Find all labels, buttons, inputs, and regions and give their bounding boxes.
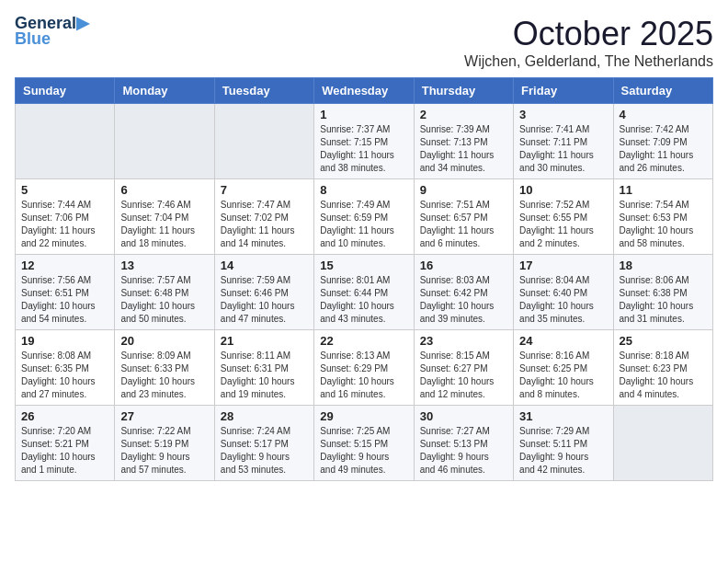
day-number: 30 [420,409,507,423]
calendar-cell: 5Sunrise: 7:44 AM Sunset: 7:06 PM Daylig… [16,179,115,255]
calendar-cell: 7Sunrise: 7:47 AM Sunset: 7:02 PM Daylig… [214,179,313,255]
calendar-cell: 4Sunrise: 7:42 AM Sunset: 7:09 PM Daylig… [613,104,712,179]
calendar-cell: 15Sunrise: 8:01 AM Sunset: 6:44 PM Dayli… [314,255,414,330]
day-number: 3 [519,108,607,121]
day-number: 8 [320,183,407,197]
day-number: 17 [519,259,607,272]
day-number: 12 [21,259,108,272]
day-info: Sunrise: 7:54 AM Sunset: 6:53 PM Dayligh… [620,199,707,250]
calendar-cell: 22Sunrise: 8:13 AM Sunset: 6:29 PM Dayli… [314,330,414,406]
day-info: Sunrise: 7:24 AM Sunset: 5:17 PM Dayligh… [221,425,308,477]
month-title: October 2025 [464,15,713,53]
logo: General▶ Blue [15,15,89,49]
day-info: Sunrise: 7:44 AM Sunset: 7:06 PM Dayligh… [21,199,108,250]
day-info: Sunrise: 8:06 AM Sunset: 6:38 PM Dayligh… [620,274,707,326]
day-number: 6 [120,183,208,197]
header-monday: Monday [115,78,214,104]
calendar-cell: 27Sunrise: 7:22 AM Sunset: 5:19 PM Dayli… [115,406,214,481]
day-number: 9 [420,183,507,197]
day-info: Sunrise: 7:42 AM Sunset: 7:09 PM Dayligh… [620,123,707,175]
calendar-cell [115,104,214,179]
calendar-cell: 19Sunrise: 8:08 AM Sunset: 6:35 PM Dayli… [16,330,115,406]
day-number: 27 [120,409,208,423]
calendar-week-row: 26Sunrise: 7:20 AM Sunset: 5:21 PM Dayli… [16,406,713,481]
calendar-cell: 9Sunrise: 7:51 AM Sunset: 6:57 PM Daylig… [414,179,513,255]
day-number: 31 [519,409,607,423]
day-number: 18 [620,259,707,272]
day-info: Sunrise: 8:03 AM Sunset: 6:42 PM Dayligh… [420,274,507,326]
day-number: 15 [320,259,407,272]
calendar-cell: 26Sunrise: 7:20 AM Sunset: 5:21 PM Dayli… [16,406,115,481]
day-number: 4 [620,108,707,121]
calendar-cell: 1Sunrise: 7:37 AM Sunset: 7:15 PM Daylig… [314,104,414,179]
logo-blue: Blue [15,29,51,49]
day-number: 19 [21,334,108,348]
day-number: 24 [519,334,607,348]
day-info: Sunrise: 7:27 AM Sunset: 5:13 PM Dayligh… [420,425,507,477]
day-number: 20 [120,334,208,348]
calendar-cell: 28Sunrise: 7:24 AM Sunset: 5:17 PM Dayli… [214,406,313,481]
calendar-cell: 24Sunrise: 8:16 AM Sunset: 6:25 PM Dayli… [514,330,613,406]
calendar-cell: 18Sunrise: 8:06 AM Sunset: 6:38 PM Dayli… [613,255,712,330]
calendar-cell: 12Sunrise: 7:56 AM Sunset: 6:51 PM Dayli… [16,255,115,330]
calendar-cell: 30Sunrise: 7:27 AM Sunset: 5:13 PM Dayli… [414,406,513,481]
day-info: Sunrise: 7:52 AM Sunset: 6:55 PM Dayligh… [519,199,607,250]
day-info: Sunrise: 7:49 AM Sunset: 6:59 PM Dayligh… [320,199,407,250]
calendar-cell: 17Sunrise: 8:04 AM Sunset: 6:40 PM Dayli… [514,255,613,330]
day-info: Sunrise: 7:51 AM Sunset: 6:57 PM Dayligh… [420,199,507,250]
day-number: 16 [420,259,507,272]
calendar-cell: 21Sunrise: 8:11 AM Sunset: 6:31 PM Dayli… [214,330,313,406]
day-info: Sunrise: 8:11 AM Sunset: 6:31 PM Dayligh… [221,350,308,401]
day-info: Sunrise: 8:01 AM Sunset: 6:44 PM Dayligh… [320,274,407,326]
header-saturday: Saturday [613,78,712,104]
calendar-cell: 3Sunrise: 7:41 AM Sunset: 7:11 PM Daylig… [514,104,613,179]
day-number: 22 [320,334,407,348]
day-info: Sunrise: 7:59 AM Sunset: 6:46 PM Dayligh… [221,274,308,326]
day-number: 11 [620,183,707,197]
header-friday: Friday [514,78,613,104]
page-header: General▶ Blue October 2025 Wijchen, Geld… [15,15,713,70]
header-wednesday: Wednesday [314,78,414,104]
day-number: 14 [221,259,308,272]
day-info: Sunrise: 8:15 AM Sunset: 6:27 PM Dayligh… [420,350,507,401]
day-number: 21 [221,334,308,348]
calendar-cell: 16Sunrise: 8:03 AM Sunset: 6:42 PM Dayli… [414,255,513,330]
day-info: Sunrise: 7:41 AM Sunset: 7:11 PM Dayligh… [519,123,607,175]
calendar-cell: 14Sunrise: 7:59 AM Sunset: 6:46 PM Dayli… [214,255,313,330]
day-number: 13 [120,259,208,272]
calendar-cell: 8Sunrise: 7:49 AM Sunset: 6:59 PM Daylig… [314,179,414,255]
calendar-cell: 23Sunrise: 8:15 AM Sunset: 6:27 PM Dayli… [414,330,513,406]
day-info: Sunrise: 8:08 AM Sunset: 6:35 PM Dayligh… [21,350,108,401]
location: Wijchen, Gelderland, The Netherlands [464,53,713,70]
calendar-week-row: 5Sunrise: 7:44 AM Sunset: 7:06 PM Daylig… [16,179,713,255]
calendar-cell: 13Sunrise: 7:57 AM Sunset: 6:48 PM Dayli… [115,255,214,330]
calendar-cell: 29Sunrise: 7:25 AM Sunset: 5:15 PM Dayli… [314,406,414,481]
day-info: Sunrise: 7:25 AM Sunset: 5:15 PM Dayligh… [320,425,407,477]
day-info: Sunrise: 8:18 AM Sunset: 6:23 PM Dayligh… [620,350,707,401]
day-info: Sunrise: 8:04 AM Sunset: 6:40 PM Dayligh… [519,274,607,326]
calendar-cell: 6Sunrise: 7:46 AM Sunset: 7:04 PM Daylig… [115,179,214,255]
calendar-week-row: 1Sunrise: 7:37 AM Sunset: 7:15 PM Daylig… [16,104,713,179]
day-info: Sunrise: 7:46 AM Sunset: 7:04 PM Dayligh… [120,199,208,250]
day-number: 7 [221,183,308,197]
day-info: Sunrise: 8:13 AM Sunset: 6:29 PM Dayligh… [320,350,407,401]
day-info: Sunrise: 7:56 AM Sunset: 6:51 PM Dayligh… [21,274,108,326]
day-info: Sunrise: 8:16 AM Sunset: 6:25 PM Dayligh… [519,350,607,401]
header-sunday: Sunday [16,78,115,104]
day-info: Sunrise: 7:20 AM Sunset: 5:21 PM Dayligh… [21,425,108,477]
day-number: 29 [320,409,407,423]
calendar: SundayMondayTuesdayWednesdayThursdayFrid… [15,77,713,481]
day-info: Sunrise: 7:39 AM Sunset: 7:13 PM Dayligh… [420,123,507,175]
day-number: 23 [420,334,507,348]
day-info: Sunrise: 7:29 AM Sunset: 5:11 PM Dayligh… [519,425,607,477]
day-number: 2 [420,108,507,121]
calendar-cell: 10Sunrise: 7:52 AM Sunset: 6:55 PM Dayli… [514,179,613,255]
day-info: Sunrise: 7:22 AM Sunset: 5:19 PM Dayligh… [120,425,208,477]
day-info: Sunrise: 8:09 AM Sunset: 6:33 PM Dayligh… [120,350,208,401]
day-number: 10 [519,183,607,197]
calendar-cell [214,104,313,179]
calendar-week-row: 12Sunrise: 7:56 AM Sunset: 6:51 PM Dayli… [16,255,713,330]
header-tuesday: Tuesday [214,78,313,104]
header-thursday: Thursday [414,78,513,104]
calendar-cell: 11Sunrise: 7:54 AM Sunset: 6:53 PM Dayli… [613,179,712,255]
